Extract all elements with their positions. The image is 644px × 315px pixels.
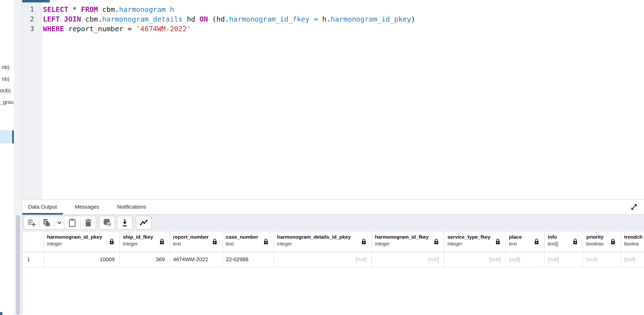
column-header-info[interactable]: infotext[] [544,232,583,252]
sql-token: '4674WM-2022' [136,25,191,33]
sql-token: * [68,5,81,14]
copy-button[interactable] [40,216,54,229]
column-type: boolea [624,241,644,247]
edit-button-group [24,216,96,230]
download-button[interactable] [117,216,132,230]
sql-token: hd [182,15,200,23]
code-line: SELECT * FROM cbm.harmonogram h [43,4,644,14]
panel-divider[interactable] [22,0,22,315]
output-panel: Data OutputMessagesNotifications [22,200,644,315]
paste-icon [68,218,77,227]
column-type: integer [375,241,440,247]
cell-service_type_fkey[interactable]: [null] [444,252,506,267]
cell-harmonogram_details_id_pkey[interactable]: [null] [274,252,372,267]
row-number-header[interactable] [22,232,44,252]
tab-messages[interactable]: Messages [69,200,105,214]
cell-trendch[interactable]: [null] [621,252,644,267]
cell-value: 369 [156,256,165,263]
tab-notifications[interactable]: Notifications [111,200,152,214]
lock-icon [495,238,500,245]
trash-icon [84,218,93,227]
cell-priority[interactable]: [null] [583,252,621,267]
tree-selected-item[interactable] [0,130,12,144]
grid-body: 1100093694674WM-202222-02988[null][null]… [22,252,644,267]
sql-token: ON [200,15,208,23]
cell-info[interactable]: [null] [544,252,583,267]
lock-icon [159,238,164,245]
column-type: integer [47,241,116,247]
column-header-harmonogram_details_id_pkey[interactable]: harmonogram_details_id_pkeyinteger [274,232,372,252]
sql-token: ) [411,15,415,23]
sql-token: h [170,5,174,14]
paste-button[interactable] [64,216,80,229]
graph-visualiser-button[interactable] [136,216,152,230]
cell-value: [null] [548,256,559,263]
cell-report_number[interactable]: 4674WM-2022 [170,252,223,267]
table-row: 1100093694674WM-202222-02988[null][null]… [22,252,644,267]
output-tabs: Data OutputMessagesNotifications [22,200,644,215]
editor-code[interactable]: SELECT * FROM cbm.harmonogram hLEFT JOIN… [42,2,644,199]
column-header-harmonogram_id_fkey[interactable]: harmonogram_id_fkeyinteger [372,232,444,252]
chevron-down-icon [56,219,63,226]
tree-item-label[interactable]: nb) [2,75,10,83]
delete-button[interactable] [81,216,96,229]
line-number: 2 [22,14,42,24]
column-header-case_number[interactable]: case_numbertext [223,232,274,252]
column-name: harmonogram_id_fkey [375,234,440,240]
column-header-priority[interactable]: priorityboolean [583,232,621,252]
sql-token: WHERE [43,25,64,33]
database-save-icon [102,218,112,227]
sql-token: cbm. [98,5,119,14]
cell-value: [null] [428,256,439,263]
cell-harmonogram_id_pkey[interactable]: 10009 [44,252,120,267]
column-name: harmonogram_id_pkey [47,234,116,240]
add-row-button[interactable] [24,216,39,229]
sql-token: h. [318,15,330,23]
column-header-ship_id_fkey[interactable]: ship_id_fkeyinteger [120,232,170,252]
column-header-harmonogram_id_pkey[interactable]: harmonogram_id_pkeyinteger [44,232,120,252]
code-line: LEFT JOIN cbm.harmonogram_details hd ON … [43,14,644,24]
column-header-place[interactable]: placetext [506,232,544,252]
tab-data-output[interactable]: Data Output [22,200,63,214]
sql-token: cbm. [81,15,102,23]
cell-case_number[interactable]: 22-02988 [223,252,274,267]
line-number: 1 [22,4,42,14]
chart-icon [139,218,148,227]
lock-icon [534,238,539,245]
lock-icon [572,238,578,245]
column-header-service_type_fkey[interactable]: service_type_fkeyinteger [444,232,506,252]
cell-ship_id_fkey[interactable]: 369 [120,252,170,267]
sql-token: FROM [81,5,98,14]
column-header-trendch[interactable]: trendchboolea [621,232,644,252]
tree-item-label[interactable]: _grou [0,98,14,106]
column-name: service_type_fkey [448,234,502,240]
sql-token: (hd. [208,15,229,23]
tree-scrollbar-thumb[interactable] [16,215,20,315]
tree-item-label[interactable]: nb) [2,64,10,71]
grid-header-row: harmonogram_id_pkeyinteger ship_id_fkeyi… [22,232,644,252]
sql-token: = [314,15,318,23]
tree-scrollbar-track [14,0,22,315]
sql-editor-panel: 123 SELECT * FROM cbm.harmonogram hLEFT … [22,0,644,200]
save-data-button[interactable] [99,216,115,230]
browser-tree: nb)nb)onb)_grou [0,0,14,315]
corner-accent [0,312,2,315]
sql-token [166,5,170,14]
copy-icon [42,218,52,227]
cell-place[interactable]: [null] [506,252,544,267]
expand-panel-button[interactable] [630,203,638,211]
lock-icon [263,238,268,245]
cell-value: [null] [624,256,635,263]
column-type: integer [448,241,502,247]
pgadmin-query-tool: nb)nb)onb)_grou 123 SELECT * FROM cbm.ha… [0,0,644,315]
cell-harmonogram_id_fkey[interactable]: [null] [372,252,444,267]
copy-options-button[interactable] [55,216,64,229]
cell-value: 4674WM-2022 [173,256,208,263]
sql-token: harmonogram_id_fkey [229,15,310,23]
tree-item-label[interactable]: onb) [0,87,11,94]
row-number-cell[interactable]: 1 [22,252,44,267]
column-header-report_number[interactable]: report_numbertext [170,232,223,252]
lock-icon [212,238,218,245]
sql-token: report_number = [64,25,136,33]
lock-icon [434,238,439,245]
